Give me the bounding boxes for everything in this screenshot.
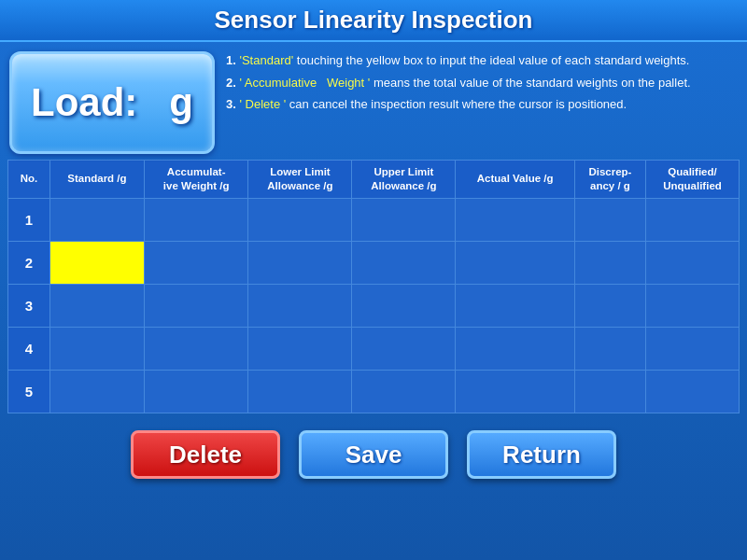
load-display: Load: g (9, 51, 215, 154)
instr1-highlight: 'Standard' (239, 53, 293, 67)
data-cell (574, 198, 645, 241)
table-body: 12345 (8, 198, 740, 413)
data-cell (646, 241, 740, 284)
table-row: 1 (8, 198, 740, 241)
data-cell (248, 284, 352, 327)
data-cell (646, 370, 740, 413)
data-cell (456, 370, 575, 413)
col-actual: Actual Value /g (456, 161, 575, 199)
data-cell (144, 284, 248, 327)
linearity-table: No. Standard /g Accumulat-ive Weight /g … (7, 160, 740, 413)
data-table-wrapper: No. Standard /g Accumulat-ive Weight /g … (0, 160, 747, 413)
col-qualified: Qualified/Unqualified (646, 161, 740, 199)
data-cell (574, 241, 645, 284)
data-cell (456, 284, 575, 327)
top-section: Load: g 1. 'Standard' touching the yello… (0, 42, 747, 160)
data-cell (574, 284, 645, 327)
instruction-1: 1. 'Standard' touching the yellow box to… (226, 51, 738, 70)
col-standard: Standard /g (50, 161, 145, 199)
page-title: Sensor Linearity Inspection (0, 6, 747, 35)
save-button[interactable]: Save (299, 430, 448, 479)
row-number-1: 1 (8, 198, 50, 241)
table-row: 4 (8, 327, 740, 370)
data-cell (248, 327, 352, 370)
data-cell[interactable] (50, 284, 145, 327)
data-cell (456, 198, 575, 241)
table-row: 2 (8, 241, 740, 284)
load-unit: g (169, 80, 193, 125)
row-number-2: 2 (8, 241, 50, 284)
col-accum: Accumulat-ive Weight /g (144, 161, 248, 199)
instructions-panel: 1. 'Standard' touching the yellow box to… (226, 51, 738, 118)
page-header: Sensor Linearity Inspection (0, 0, 747, 42)
data-cell (646, 198, 740, 241)
data-cell (646, 284, 740, 327)
data-cell (144, 198, 248, 241)
data-cell (646, 327, 740, 370)
data-cell (248, 370, 352, 413)
data-cell[interactable] (50, 198, 145, 241)
col-discrepancy: Discrep-ancy / g (574, 161, 645, 199)
data-cell (144, 241, 248, 284)
table-header-row: No. Standard /g Accumulat-ive Weight /g … (8, 161, 740, 199)
instr3-text: can cancel the inspection result where t… (289, 97, 627, 111)
return-button[interactable]: Return (467, 430, 616, 479)
table-row: 3 (8, 284, 740, 327)
data-cell[interactable] (50, 327, 145, 370)
delete-button[interactable]: Delete (131, 430, 280, 479)
data-cell (352, 327, 456, 370)
instr1-text: touching the yellow box to input the ide… (297, 53, 690, 67)
col-no: No. (8, 161, 50, 199)
col-upper: Upper LimitAllowance /g (352, 161, 456, 199)
row-number-5: 5 (8, 370, 50, 413)
footer-buttons: Delete Save Return (0, 421, 747, 486)
active-input-cell[interactable] (50, 241, 145, 284)
data-cell (456, 241, 575, 284)
load-label: Load: (31, 80, 137, 125)
data-cell (352, 284, 456, 327)
instr2-text: means the total value of the standard we… (374, 76, 691, 90)
data-cell (144, 370, 248, 413)
instr2-highlight: ' Accumulative Weight ' (239, 76, 370, 90)
data-cell (144, 327, 248, 370)
data-cell (574, 370, 645, 413)
data-cell (352, 241, 456, 284)
row-number-4: 4 (8, 327, 50, 370)
data-cell (574, 327, 645, 370)
data-cell (456, 327, 575, 370)
instruction-3: 3. ' Delete ' can cancel the inspection … (226, 95, 738, 114)
table-row: 5 (8, 370, 740, 413)
data-cell (352, 198, 456, 241)
instr3-highlight: ' Delete ' (239, 97, 286, 111)
col-lower: Lower LimitAllowance /g (248, 161, 352, 199)
instruction-2: 2. ' Accumulative Weight ' means the tot… (226, 74, 738, 92)
data-cell (352, 370, 456, 413)
data-cell (248, 198, 352, 241)
data-cell (248, 241, 352, 284)
data-cell[interactable] (50, 370, 145, 413)
row-number-3: 3 (8, 284, 50, 327)
